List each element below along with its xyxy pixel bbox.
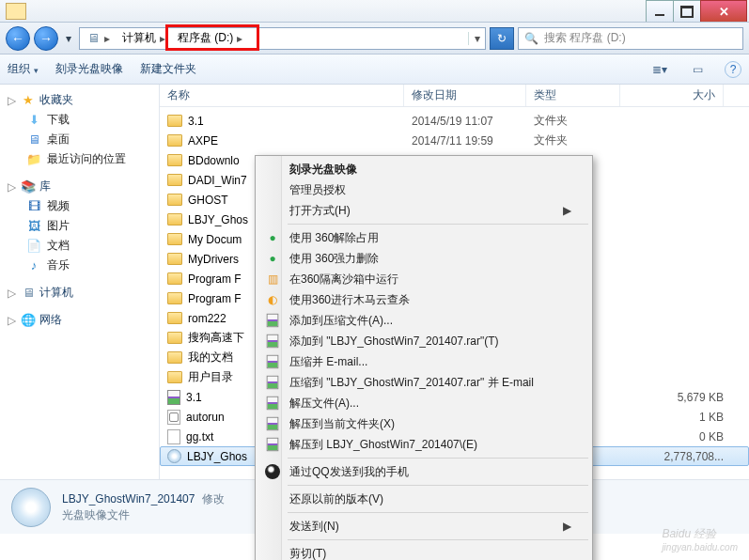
- menu-item[interactable]: 解压到 LBJY_GhostWin7_201407\(E): [257, 434, 590, 455]
- help-button[interactable]: ?: [725, 61, 741, 78]
- minimize-button[interactable]: [646, 0, 674, 22]
- sidebar-item-pictures[interactable]: 🖼图片: [0, 216, 159, 236]
- context-menu: 刻录光盘映像管理员授权打开方式(H)▶●使用 360解除占用●使用 360强力删…: [255, 155, 593, 560]
- menu-item-label: 使用 360解除占用: [289, 230, 379, 246]
- sidebar-item-downloads[interactable]: ⬇下载: [0, 110, 159, 130]
- menu-item-icon: ◐: [263, 293, 282, 306]
- menu-item-icon: [263, 334, 282, 349]
- menu-item[interactable]: 添加到 "LBJY_GhostWin7_201407.rar"(T): [257, 331, 590, 351]
- sidebar-computer[interactable]: ▷🖥计算机: [0, 283, 159, 303]
- menu-item[interactable]: 管理员授权: [257, 179, 590, 200]
- file-name: Program F: [188, 292, 242, 305]
- menu-item[interactable]: 压缩并 E-mail...: [257, 351, 590, 372]
- menu-item[interactable]: 刻录光盘映像: [257, 159, 590, 179]
- menu-item[interactable]: 发送到(N)▶: [257, 516, 590, 537]
- menu-item-icon: [263, 416, 282, 431]
- menu-item[interactable]: 压缩到 "LBJY_GhostWin7_201407.rar" 并 E-mail: [257, 372, 590, 393]
- menu-item-icon: ●: [263, 252, 282, 265]
- addr-seg-computer[interactable]: 计算机: [117, 28, 172, 49]
- menu-item-label: 解压到当前文件夹(X): [289, 416, 395, 432]
- search-placeholder: 搜索 程序盘 (D:): [544, 30, 626, 46]
- file-row[interactable]: AXPE2014/7/11 19:59文件夹: [160, 131, 749, 150]
- view-button[interactable]: ≣▾: [649, 60, 670, 79]
- menu-separator: [288, 539, 588, 540]
- rar-icon: [167, 390, 180, 405]
- search-input[interactable]: 🔍 搜索 程序盘 (D:): [518, 27, 743, 50]
- file-name: autorun: [186, 411, 225, 424]
- burn-button[interactable]: 刻录光盘映像: [55, 61, 123, 77]
- sidebar-item-desktop[interactable]: 🖥桌面: [0, 130, 159, 149]
- menu-item[interactable]: ●使用 360解除占用: [257, 227, 590, 248]
- menu-item-icon: [263, 375, 282, 390]
- newfolder-button[interactable]: 新建文件夹: [140, 61, 196, 77]
- addr-root-icon[interactable]: 🖥: [80, 28, 117, 49]
- menu-separator: [288, 224, 588, 225]
- details-title: LBJY_GhostWin7_201407: [62, 492, 195, 506]
- sidebar-item-recent[interactable]: 📁最近访问的位置: [0, 149, 159, 169]
- menu-item[interactable]: 解压到当前文件夹(X): [257, 413, 590, 434]
- menu-item-label: 剪切(T): [289, 546, 326, 561]
- file-name: 3.1: [188, 115, 204, 128]
- file-name: LBJY_Ghos: [188, 213, 248, 226]
- folder-icon: [167, 371, 182, 383]
- col-size[interactable]: 大小: [620, 85, 724, 106]
- menu-item-icon: [263, 313, 282, 328]
- menu-item[interactable]: 还原以前的版本(V): [257, 489, 590, 509]
- address-bar[interactable]: 🖥 计算机 程序盘 (D:) ▾: [79, 27, 486, 50]
- menu-item-label: 发送到(N): [289, 519, 339, 535]
- file-name: DADI_Win7: [188, 174, 247, 187]
- addr-seg-drive[interactable]: 程序盘 (D:): [172, 28, 249, 49]
- menu-item[interactable]: 添加到压缩文件(A)...: [257, 310, 590, 331]
- folder-icon: [167, 115, 182, 127]
- sidebar-network[interactable]: ▷🌐网络: [0, 310, 159, 330]
- window-icon: [6, 3, 26, 20]
- file-name: 3.1: [186, 391, 202, 404]
- back-button[interactable]: ←: [6, 26, 30, 51]
- file-row[interactable]: 3.12014/5/19 11:07文件夹: [160, 111, 749, 131]
- menu-item[interactable]: ▥在360隔离沙箱中运行: [257, 269, 590, 289]
- sidebar-item-videos[interactable]: 🎞视频: [0, 196, 159, 216]
- history-dropdown[interactable]: ▾: [62, 32, 75, 45]
- col-name[interactable]: 名称: [160, 85, 404, 106]
- menu-separator: [288, 458, 588, 459]
- forward-button[interactable]: →: [34, 26, 58, 51]
- col-type[interactable]: 类型: [526, 85, 620, 106]
- iso-icon: [167, 449, 181, 463]
- menu-item[interactable]: ●使用 360强力删除: [257, 248, 590, 269]
- file-name: 搜狗高速下: [188, 330, 244, 346]
- folder-icon: [167, 332, 182, 344]
- folder-icon: [167, 154, 182, 166]
- details-thumb-icon: [11, 488, 51, 527]
- file-size: 0 KB: [628, 430, 731, 443]
- menu-item[interactable]: ◐使用360进行木马云查杀: [257, 289, 590, 310]
- menu-item-label: 使用360进行木马云查杀: [289, 292, 410, 308]
- navbar: ← → ▾ 🖥 计算机 程序盘 (D:) ▾ ↻ 🔍 搜索 程序盘 (D:): [0, 23, 749, 54]
- sidebar-item-documents[interactable]: 📄文档: [0, 236, 159, 256]
- folder-icon: [167, 312, 182, 324]
- sidebar-favorites[interactable]: ▷★收藏夹: [0, 90, 159, 110]
- close-button[interactable]: [700, 0, 747, 22]
- menu-item-label: 通过QQ发送到我的手机: [289, 464, 409, 480]
- menu-item[interactable]: 通过QQ发送到我的手机: [257, 461, 590, 482]
- folder-icon: [167, 292, 182, 304]
- menu-item[interactable]: 剪切(T): [257, 543, 590, 560]
- details-sub: 光盘映像文件: [62, 507, 225, 523]
- sidebar-item-music[interactable]: ♪音乐: [0, 256, 159, 275]
- file-name: 我的文档: [188, 350, 233, 366]
- folder-icon: [167, 272, 182, 285]
- menu-item[interactable]: 解压文件(A)...: [257, 393, 590, 413]
- maximize-button[interactable]: [673, 0, 701, 22]
- addr-dropdown[interactable]: ▾: [468, 32, 485, 45]
- file-name: 用户目录: [188, 369, 233, 385]
- organize-button[interactable]: 组织: [8, 61, 39, 77]
- menu-item-label: 压缩并 E-mail...: [289, 354, 367, 370]
- file-name: gg.txt: [186, 430, 213, 443]
- menu-item[interactable]: 打开方式(H)▶: [257, 200, 590, 221]
- menu-item-label: 打开方式(H): [289, 203, 351, 219]
- preview-button[interactable]: ▭: [687, 60, 708, 79]
- file-name: Program F: [188, 272, 242, 286]
- file-name: My Docum: [188, 233, 242, 246]
- col-date[interactable]: 修改日期: [404, 85, 526, 106]
- sidebar-libraries[interactable]: ▷📚库: [0, 177, 159, 196]
- refresh-button[interactable]: ↻: [490, 27, 514, 50]
